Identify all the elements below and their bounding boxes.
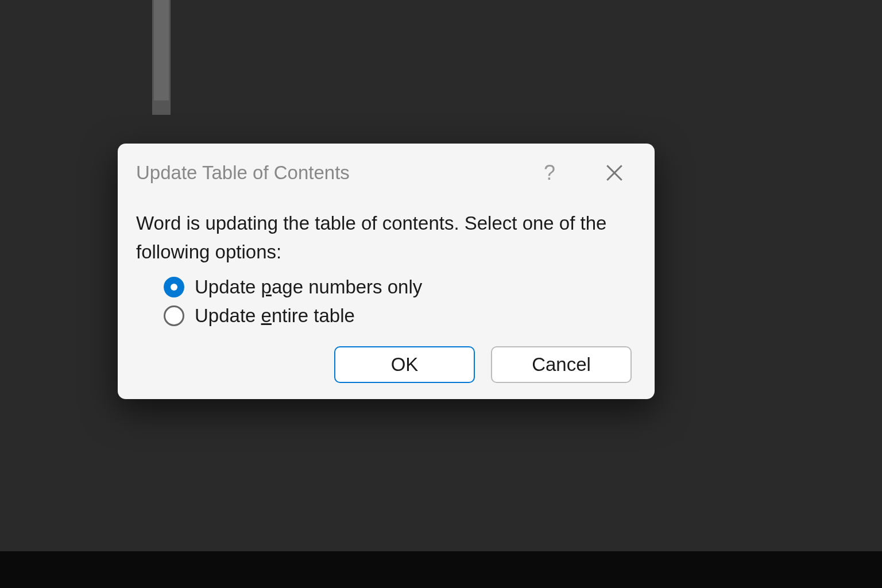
radio-indicator	[164, 277, 184, 297]
update-toc-dialog: Update Table of Contents ? Word is updat…	[118, 144, 655, 399]
radio-option-entire-table[interactable]: Update entire table	[164, 305, 636, 327]
dialog-button-row: OK Cancel	[136, 346, 636, 383]
radio-label: Update entire table	[195, 305, 355, 327]
radio-label-part: Update	[195, 305, 261, 326]
radio-group: Update page numbers only Update entire t…	[136, 276, 636, 327]
dialog-message: Word is updating the table of contents. …	[136, 209, 636, 266]
dialog-header-controls: ?	[544, 161, 636, 185]
radio-label-part: Update	[195, 276, 261, 297]
radio-label-part: ntire table	[272, 305, 355, 326]
radio-accelerator: p	[261, 276, 272, 297]
cancel-button[interactable]: Cancel	[491, 346, 632, 383]
ok-button[interactable]: OK	[334, 346, 475, 383]
radio-accelerator: e	[261, 305, 272, 326]
close-icon[interactable]	[604, 163, 625, 183]
page-edge-inner	[154, 0, 169, 100]
radio-option-page-numbers-only[interactable]: Update page numbers only	[164, 276, 636, 298]
dialog-header: Update Table of Contents ?	[136, 161, 636, 185]
radio-label-part: age numbers only	[272, 276, 422, 297]
dialog-title: Update Table of Contents	[136, 162, 350, 184]
help-icon[interactable]: ?	[544, 161, 555, 185]
radio-label: Update page numbers only	[195, 276, 422, 298]
radio-indicator	[164, 305, 184, 326]
bottom-strip	[0, 551, 882, 588]
